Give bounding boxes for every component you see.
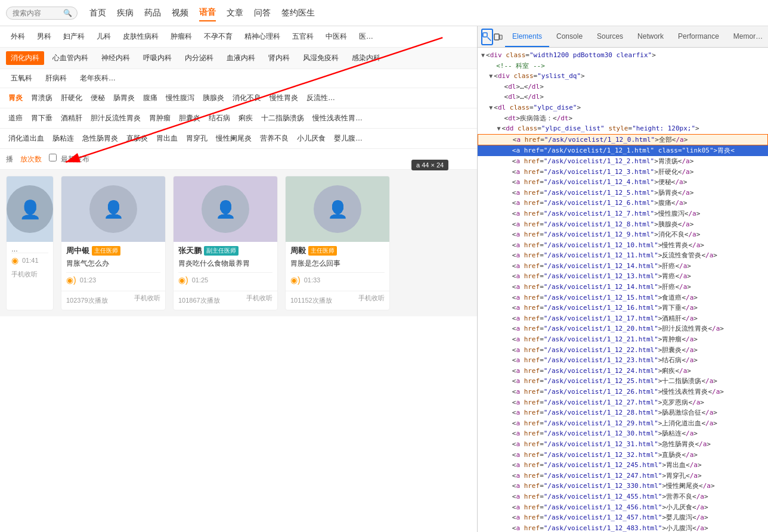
phone-listen[interactable]: 手机收听 xyxy=(246,294,272,307)
disease-tag[interactable]: 反流性… xyxy=(304,92,337,104)
html-line[interactable]: <a href="/ask/voicelist/1_12_456.html">小… xyxy=(478,502,768,513)
html-line[interactable]: <dl>…</dl> xyxy=(478,82,768,92)
devtools-tab-elements[interactable]: Elements xyxy=(505,26,549,47)
html-line[interactable]: <a href="/ask/voicelist/1_12_23.html">结石… xyxy=(478,355,768,366)
disease-tag[interactable]: 消化道出血 xyxy=(6,132,47,145)
html-line[interactable]: <a href="/ask/voicelist/1_12_9.html">消化不… xyxy=(478,229,768,240)
inspect-element-button[interactable] xyxy=(481,29,493,45)
devtools-tab-console[interactable]: Console xyxy=(549,26,590,47)
html-line[interactable]: <a href="/ask/voicelist/1_12_8.html">胰腺炎… xyxy=(478,219,768,230)
disease-tag[interactable]: 痢疾 xyxy=(236,112,255,125)
disease-tag[interactable]: 胰腺炎 xyxy=(200,92,227,104)
search-icon[interactable]: 🔍 xyxy=(63,9,72,17)
disease-tag[interactable]: 肝硬化 xyxy=(58,92,85,104)
expand-triangle[interactable] xyxy=(481,52,485,58)
disease-tag[interactable]: 急性肠胃炎 xyxy=(80,132,120,145)
sub-tab[interactable]: 血液内科 xyxy=(222,51,260,65)
dept-tab[interactable]: 精神心理科 xyxy=(240,30,285,43)
disease-tag[interactable]: 营养不良 xyxy=(258,132,291,145)
elements-panel[interactable]: <div class="width1200 pdBottom30 clearfi… xyxy=(478,48,768,532)
html-line[interactable]: <a href="/ask/voicelist/1_12_7.html">慢性腹… xyxy=(478,209,768,219)
disease-tag[interactable]: 慢性胃炎 xyxy=(267,92,301,104)
disease-tag[interactable]: 小儿厌食 xyxy=(295,132,328,145)
disease-tag[interactable]: 道癌 xyxy=(6,112,25,125)
html-line[interactable]: <!-- 科室 --> xyxy=(478,61,768,71)
disease-tag[interactable]: 酒精肝 xyxy=(58,112,85,125)
html-line[interactable]: <a href="/ask/voicelist/1_12_25.html">十二… xyxy=(478,376,768,387)
html-line[interactable]: <a href="/ask/voicelist/1_12_21.html">胃肿… xyxy=(478,334,768,345)
devtools-tab-network[interactable]: Network xyxy=(630,26,671,47)
html-line[interactable]: <div class="width1200 pdBottom30 clearfi… xyxy=(478,50,768,61)
sub-tab[interactable]: 消化内科 xyxy=(6,51,44,65)
disease-tag[interactable]: 直肠炎 xyxy=(124,132,150,145)
devtools-tab-performance[interactable]: Performance xyxy=(671,26,726,47)
disease-tag[interactable]: 慢性浅表性胃… xyxy=(310,112,365,125)
html-line[interactable]: <a href="/ask/voicelist/1_12_29.html">上消… xyxy=(478,418,768,429)
devtools-tab-sources[interactable]: Sources xyxy=(590,26,630,47)
html-line[interactable]: <dl>…</dl> xyxy=(478,92,768,102)
html-line[interactable]: <a href="/ask/voicelist/1_12_17.html">酒精… xyxy=(478,313,768,324)
phone-listen[interactable]: 手机收听 xyxy=(134,294,160,307)
article-title[interactable]: 胃炎吃什么食物最养胃 xyxy=(178,259,272,269)
disease-tag[interactable]: 肠粘连 xyxy=(50,132,76,145)
audio-icon[interactable]: ◉) xyxy=(178,275,188,285)
nav-link-签约医生[interactable]: 签约医生 xyxy=(281,5,315,21)
nav-link-疾病[interactable]: 疾病 xyxy=(117,5,134,21)
devtools-tab-memor[interactable]: Memor… xyxy=(726,26,768,47)
disease-tag[interactable]: 便秘 xyxy=(88,92,107,104)
latest-filter[interactable]: 最新发布 xyxy=(49,154,89,164)
html-line[interactable]: <a href="/ask/voicelist/1_12_20.html">胆汁… xyxy=(478,323,768,334)
html-line[interactable]: <a href="/ask/voicelist/1_12_455.html">营… xyxy=(478,491,768,502)
sub-tab[interactable]: 风湿免疫科 xyxy=(298,51,343,65)
html-line[interactable]: <a href="/ask/voicelist/1_12_28.html">肠易… xyxy=(478,407,768,418)
html-line[interactable]: <a href="/ask/voicelist/1_12_0.html">全部<… xyxy=(478,134,768,146)
dept-tab[interactable]: 肿瘤科 xyxy=(166,30,197,43)
html-line[interactable]: <a href="/ask/voicelist/1_12_30.html">肠粘… xyxy=(478,428,768,439)
search-box[interactable]: 🔍 xyxy=(6,7,78,20)
sub-tab[interactable]: 五氧科 xyxy=(6,71,37,85)
html-line[interactable]: <a href="/ask/voicelist/1_12_15.html">食道… xyxy=(478,293,768,303)
html-line[interactable]: <a href="/ask/voicelist/1_12_31.html">急性… xyxy=(478,439,768,450)
html-line[interactable]: <a href="/ask/voicelist/1_12_483.html">小… xyxy=(478,523,768,532)
dept-tab[interactable]: 五官科 xyxy=(287,30,318,43)
html-line[interactable]: <dl class="ylpc_dise"> xyxy=(478,102,768,113)
disease-tag[interactable]: 胆汁反流性胃炎 xyxy=(88,112,143,125)
search-input[interactable] xyxy=(13,9,63,17)
sub-tab[interactable]: 内分泌科 xyxy=(180,51,218,65)
dept-tab[interactable]: 中医科 xyxy=(321,30,352,43)
sort-play-count[interactable]: 放次数 xyxy=(20,154,42,164)
dept-tab[interactable]: 外科 xyxy=(6,30,30,43)
nav-link-文章[interactable]: 文章 xyxy=(227,5,243,21)
nav-link-语音[interactable]: 语音 xyxy=(199,5,216,21)
html-line[interactable]: <a href="/ask/voicelist/1_12_6.html">腹痛<… xyxy=(478,198,768,209)
html-line[interactable]: <dt>疾病筛选：</dt> xyxy=(478,113,768,124)
html-line[interactable]: <a href="/ask/voicelist/1_12_26.html">慢性… xyxy=(478,387,768,397)
sub-tab[interactable]: 呼吸内科 xyxy=(138,51,176,65)
html-line[interactable]: <a href="/ask/voicelist/1_12_11.html">反流… xyxy=(478,250,768,261)
expand-triangle[interactable] xyxy=(489,104,493,111)
dept-tab[interactable]: 妇产科 xyxy=(58,30,89,43)
phone-listen[interactable]: 手机收听 xyxy=(358,294,385,307)
disease-tag[interactable]: 肠胃炎 xyxy=(111,92,137,104)
disease-tag[interactable]: 胃炎 xyxy=(6,92,25,104)
latest-checkbox[interactable] xyxy=(49,154,57,161)
html-line[interactable]: <a href="/ask/voicelist/1_12_245.html">胃… xyxy=(478,460,768,471)
html-line[interactable]: <div class="yslist_dq"> xyxy=(478,71,768,82)
html-line[interactable]: <a href="/ask/voicelist/1_12_32.html">直肠… xyxy=(478,450,768,461)
disease-tag[interactable]: 消化不良 xyxy=(230,92,264,104)
disease-tag[interactable]: 慢性腹泻 xyxy=(163,92,197,104)
disease-tag[interactable]: 十二指肠溃疡 xyxy=(259,112,306,125)
sub-tab[interactable]: 感染内科 xyxy=(347,51,385,65)
device-toolbar-button[interactable] xyxy=(493,29,503,45)
dept-tab[interactable]: 男科 xyxy=(32,30,56,43)
audio-icon[interactable]: ◉) xyxy=(66,275,76,285)
disease-tag[interactable]: 胃出血 xyxy=(154,132,180,145)
html-line[interactable]: <a href="/ask/voicelist/1_12_27.html">克罗… xyxy=(478,397,768,408)
nav-link-视频[interactable]: 视频 xyxy=(172,5,188,21)
html-line[interactable]: <dd class="ylpc_dise_list" style="height… xyxy=(478,123,768,134)
sub-tab[interactable]: 心血管内科 xyxy=(48,51,93,65)
html-line[interactable]: <a href="/ask/voicelist/1_12_3.html">肝硬化… xyxy=(478,167,768,178)
dept-tab[interactable]: 医… xyxy=(354,30,378,43)
expand-triangle[interactable] xyxy=(497,125,501,132)
disease-tag[interactable]: 胃溃疡 xyxy=(29,92,55,104)
